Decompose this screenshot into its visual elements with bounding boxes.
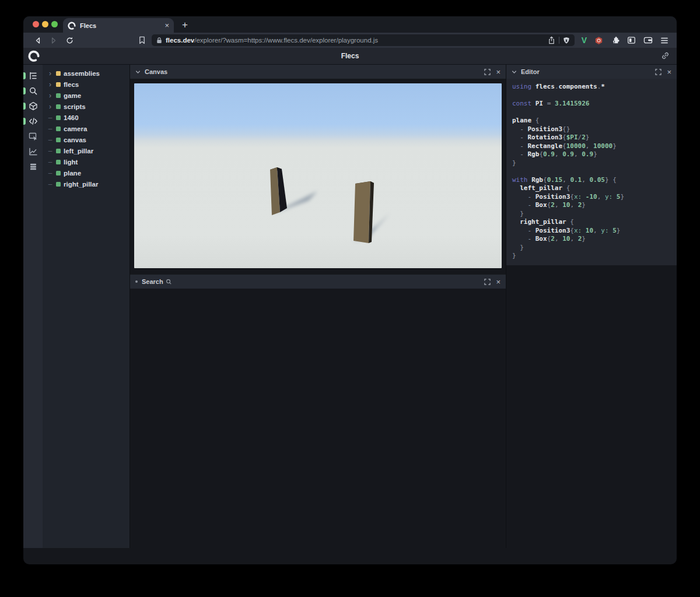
entity-color-swatch	[56, 182, 61, 187]
app-header: Flecs	[23, 48, 677, 65]
entity-color-swatch	[56, 115, 61, 120]
sidebar-icon[interactable]	[627, 36, 636, 44]
code-icon	[29, 117, 38, 126]
close-window-button[interactable]	[33, 21, 39, 27]
code-area[interactable]: using flecs.components.*const PI = 3.141…	[506, 79, 677, 265]
center-column: Canvas ×	[130, 65, 506, 548]
tree-item-left_pillar[interactable]: –left_pillar	[43, 145, 130, 156]
entity-tree-list: ›assemblies›flecs›game›scripts–1460–came…	[43, 68, 130, 189]
code-line	[512, 108, 672, 117]
right-pillar-mesh	[354, 181, 374, 243]
tree-item-assemblies[interactable]: ›assemblies	[43, 68, 130, 79]
tree-item-label: right_pillar	[64, 181, 98, 188]
tree-item-canvas[interactable]: –canvas	[43, 134, 130, 145]
editor-panel-header: Editor ×	[506, 65, 677, 79]
tree-item-1460[interactable]: –1460	[43, 112, 130, 123]
leaf-dash-icon: –	[47, 114, 53, 121]
tree-item-scripts[interactable]: ›scripts	[43, 101, 130, 112]
entity-color-swatch	[56, 171, 61, 175]
code-line: - Rotation3{$PI/2}	[512, 134, 672, 142]
url-path: /explorer/?wasm=https://www.flecs.dev/ex…	[194, 37, 378, 44]
tree-item-label: scripts	[64, 103, 86, 110]
browser-menu-icon[interactable]	[660, 37, 668, 44]
code-line: - Box{2, 10, 2}	[512, 201, 672, 210]
back-button[interactable]	[32, 34, 44, 47]
expand-panel-icon[interactable]	[484, 279, 491, 285]
extensions-puzzle-icon[interactable]	[611, 36, 620, 45]
tree-item-camera[interactable]: –camera	[43, 123, 130, 134]
code-line: with Rgb{0.15, 0.1, 0.05} {	[512, 176, 672, 185]
leaf-dash-icon: –	[47, 125, 53, 132]
red-extension-icon[interactable]	[594, 36, 603, 45]
lock-icon	[156, 37, 162, 44]
wallet-icon[interactable]	[643, 36, 653, 44]
close-panel-icon[interactable]: ×	[496, 68, 501, 76]
browser-tab-flecs[interactable]: Flecs ×	[63, 18, 174, 33]
collapsed-indicator-icon[interactable]	[135, 280, 138, 283]
expand-chevron-icon[interactable]: ›	[47, 92, 53, 99]
share-icon[interactable]	[548, 36, 555, 44]
share-link-icon[interactable]	[661, 51, 670, 60]
code-line: plane {	[512, 117, 672, 125]
code-line: left_pillar {	[512, 184, 672, 193]
tree-item-flecs[interactable]: ›flecs	[43, 79, 130, 90]
search-magnifier-icon	[166, 279, 172, 285]
tree-item-plane[interactable]: –plane	[43, 167, 130, 178]
scene-sky-ground	[134, 83, 502, 268]
tree-item-label: flecs	[64, 81, 79, 88]
entity-tree-panel: ›assemblies›flecs›game›scripts–1460–came…	[43, 65, 130, 548]
expand-panel-icon[interactable]	[484, 69, 491, 75]
activity-inspector-button[interactable]	[23, 129, 43, 144]
maximize-window-button[interactable]	[51, 21, 58, 27]
url-text: flecs.dev/explorer/?wasm=https://www.fle…	[166, 37, 544, 44]
tree-item-light[interactable]: –light	[43, 156, 130, 167]
leaf-dash-icon: –	[47, 148, 53, 154]
activity-entity-tree-button[interactable]	[23, 68, 43, 83]
leaf-dash-icon: –	[47, 136, 53, 143]
forward-button[interactable]	[47, 34, 60, 47]
activity-search-button[interactable]	[23, 83, 43, 99]
canvas-3d-viewport[interactable]	[134, 83, 502, 268]
new-tab-button[interactable]: +	[182, 19, 188, 31]
activity-logs-button[interactable]	[23, 159, 43, 174]
minimize-window-button[interactable]	[42, 21, 48, 27]
browser-toolbar: flecs.dev/explorer/?wasm=https://www.fle…	[23, 33, 677, 48]
tree-item-label: camera	[64, 125, 87, 132]
tab-close-icon[interactable]: ×	[164, 22, 169, 29]
chevron-down-icon[interactable]	[512, 69, 517, 75]
code-line: - Rectangle{10000, 10000}	[512, 142, 672, 151]
url-bar-divider	[559, 37, 559, 44]
expand-chevron-icon[interactable]: ›	[47, 81, 53, 88]
code-line: const PI = 3.1415926	[512, 100, 672, 108]
app-content: ›assemblies›flecs›game›scripts–1460–came…	[23, 65, 677, 548]
tree-item-label: light	[64, 159, 78, 166]
leaf-dash-icon: –	[47, 170, 53, 177]
search-icon	[29, 86, 38, 96]
close-panel-icon[interactable]: ×	[667, 68, 671, 76]
expand-panel-icon[interactable]	[655, 69, 662, 75]
close-panel-icon[interactable]: ×	[496, 278, 501, 286]
logs-list-icon	[29, 162, 38, 171]
tree-item-right_pillar[interactable]: –right_pillar	[43, 178, 130, 189]
bookmark-icon[interactable]	[135, 34, 148, 47]
vue-devtools-extension-icon[interactable]: V	[582, 36, 587, 45]
tree-item-label: 1460	[64, 114, 79, 121]
entity-color-swatch	[56, 160, 61, 164]
tree-item-game[interactable]: ›game	[43, 90, 130, 101]
flecs-favicon	[68, 22, 76, 30]
macos-window-controls	[33, 21, 58, 27]
url-bar[interactable]: flecs.dev/explorer/?wasm=https://www.fle…	[152, 34, 575, 46]
expand-chevron-icon[interactable]: ›	[47, 103, 53, 110]
activity-code-editor-button[interactable]	[23, 114, 43, 129]
activity-canvas-button[interactable]	[23, 99, 43, 114]
code-line: right_pillar {	[512, 218, 672, 227]
code-line: }	[512, 159, 672, 168]
chevron-down-icon[interactable]	[135, 69, 141, 75]
stats-chart-icon	[29, 147, 38, 156]
code-line	[512, 92, 672, 100]
expand-chevron-icon[interactable]: ›	[47, 70, 53, 77]
reload-button[interactable]	[63, 34, 76, 47]
brave-shield-icon[interactable]	[563, 37, 570, 44]
activity-bar	[23, 65, 43, 548]
activity-stats-button[interactable]	[23, 144, 43, 159]
